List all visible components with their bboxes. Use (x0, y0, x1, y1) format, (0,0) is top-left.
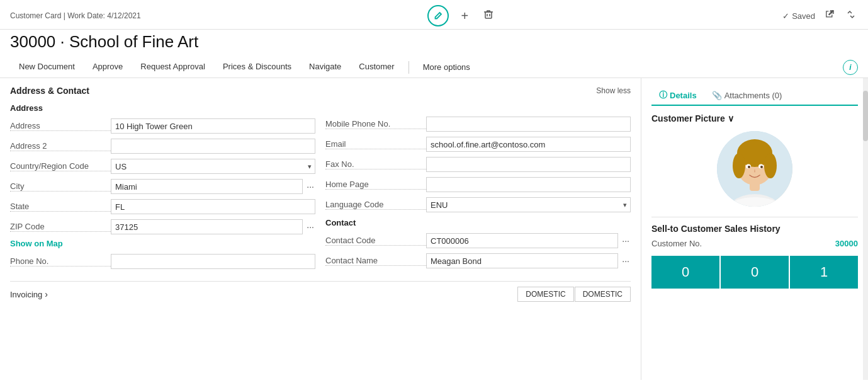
country-select-wrapper: US ▾ (111, 159, 315, 174)
city-value: ··· (111, 179, 315, 194)
contact-name-input[interactable] (426, 253, 618, 268)
detail-tabs: ⓘ Details 📎 Attachments (0) (651, 86, 858, 106)
show-less-button[interactable]: Show less (596, 86, 631, 95)
delete-button[interactable] (481, 7, 496, 25)
sales-history-title: Sell-to Customer Sales History (651, 224, 858, 234)
homepage-input[interactable] (426, 177, 631, 192)
nav-more-options[interactable]: More options (414, 57, 479, 77)
city-input[interactable] (111, 179, 303, 194)
zip-field-row: ZIP Code ··· (10, 219, 315, 235)
saved-status: ✓ Saved (782, 11, 815, 21)
customer-no-row: Customer No. 30000 (651, 239, 858, 248)
contact-code-input[interactable] (426, 233, 618, 248)
mobile-value (426, 117, 631, 132)
svg-point-15 (760, 166, 763, 168)
svg-point-11 (764, 153, 777, 178)
left-panel: Address & Contact Show less Address Addr… (0, 78, 641, 380)
address2-input[interactable] (111, 139, 315, 154)
country-label: Country/Region Code (10, 161, 111, 171)
section-title: Address & Contact (10, 86, 89, 96)
language-field-row: Language Code ENU ▾ (325, 197, 631, 213)
customer-no-value[interactable]: 30000 (835, 239, 858, 248)
svg-point-10 (733, 153, 745, 178)
nav-prices-discounts[interactable]: Prices & Discounts (214, 57, 300, 77)
contact-code-ellipsis-button[interactable]: ··· (621, 236, 631, 246)
address2-field-row: Address 2 (10, 138, 315, 154)
phone-field-row: Phone No. (10, 253, 315, 270)
language-select[interactable]: ENU (426, 197, 631, 212)
mobile-input[interactable] (426, 117, 631, 132)
contact-code-label: Contact Code (325, 236, 426, 246)
contact-code-value: ··· (426, 233, 631, 248)
info-button[interactable]: i (843, 60, 858, 75)
city-field-row: City ··· (10, 178, 315, 195)
fax-input[interactable] (426, 157, 631, 172)
customer-no-label: Customer No. (651, 239, 702, 248)
collapse-button[interactable] (844, 8, 858, 24)
tab-details[interactable]: ⓘ Details (651, 86, 704, 106)
scrollbar-thumb (863, 91, 868, 141)
address-value (111, 118, 315, 134)
country-field-row: Country/Region Code US ▾ (10, 158, 315, 175)
city-ellipsis-button[interactable]: ··· (305, 181, 315, 192)
stat-box-2[interactable]: 1 (790, 256, 858, 289)
nav-separator (409, 61, 409, 74)
language-value: ENU ▾ (426, 197, 631, 212)
chevron-right-icon: › (45, 289, 48, 299)
city-label: City (10, 181, 111, 192)
address2-label: Address 2 (10, 141, 111, 151)
zip-input[interactable] (111, 219, 303, 234)
toolbar-right: ✓ Saved (782, 8, 858, 24)
invoicing-label[interactable]: Invoicing › (10, 289, 48, 299)
fax-value (426, 157, 631, 172)
edit-button[interactable] (427, 5, 449, 26)
invoicing-strip: Invoicing › DOMESTIC DOMESTIC (10, 281, 631, 302)
state-input[interactable] (111, 199, 315, 214)
state-value (111, 199, 315, 214)
zip-value: ··· (111, 219, 315, 234)
email-field-row: Email (325, 136, 631, 152)
nav-approve[interactable]: Approve (84, 57, 132, 77)
nav-navigate[interactable]: Navigate (300, 57, 350, 77)
address-label: Address (10, 121, 111, 131)
svg-point-14 (748, 166, 750, 168)
avatar-container (651, 131, 858, 207)
phone-input[interactable] (111, 254, 315, 269)
nav-customer[interactable]: Customer (350, 57, 403, 77)
nav-request-approval[interactable]: Request Approval (132, 57, 214, 77)
stat-box-0[interactable]: 0 (651, 256, 719, 289)
contact-name-ellipsis-button[interactable]: ··· (621, 256, 631, 266)
contact-name-value: ··· (426, 253, 631, 268)
zip-ellipsis-button[interactable]: ··· (305, 222, 315, 232)
open-in-new-button[interactable] (823, 8, 837, 24)
nav-new-document[interactable]: New Document (10, 57, 84, 77)
toolbar-center: + (427, 5, 497, 26)
stat-box-1[interactable]: 0 (721, 256, 789, 289)
right-scrollbar[interactable] (863, 78, 868, 380)
email-input[interactable] (426, 137, 631, 152)
avatar-svg (717, 131, 792, 207)
address-input[interactable] (111, 118, 315, 134)
fax-field-row: Fax No. (325, 156, 631, 173)
domestic-button-2[interactable]: DOMESTIC (575, 287, 631, 302)
email-label: Email (325, 139, 426, 149)
breadcrumb: Customer Card | Work Date: 4/12/2021 (10, 11, 141, 20)
tab-attachments[interactable]: 📎 Attachments (0) (704, 86, 790, 105)
language-select-wrapper: ENU ▾ (426, 197, 631, 212)
domestic-button-1[interactable]: DOMESTIC (517, 287, 573, 302)
zip-label: ZIP Code (10, 222, 111, 232)
phone-label: Phone No. (10, 256, 111, 267)
show-on-map-button[interactable]: Show on Map (10, 239, 315, 248)
svg-rect-0 (485, 12, 492, 18)
customer-picture-header[interactable]: Customer Picture ∨ (651, 113, 858, 123)
contact-group-title: Contact (325, 218, 631, 227)
address-group-title: Address (10, 103, 315, 113)
add-button[interactable]: + (459, 6, 471, 26)
avatar (717, 131, 792, 207)
address-form: Address Address Address 2 (10, 103, 631, 273)
form-col-left: Address Address Address 2 (10, 103, 315, 273)
country-select[interactable]: US (111, 159, 315, 174)
form-col-right: Mobile Phone No. Email Fax No. (325, 103, 631, 273)
attachments-icon: 📎 (712, 91, 722, 100)
country-value: US ▾ (111, 159, 315, 174)
